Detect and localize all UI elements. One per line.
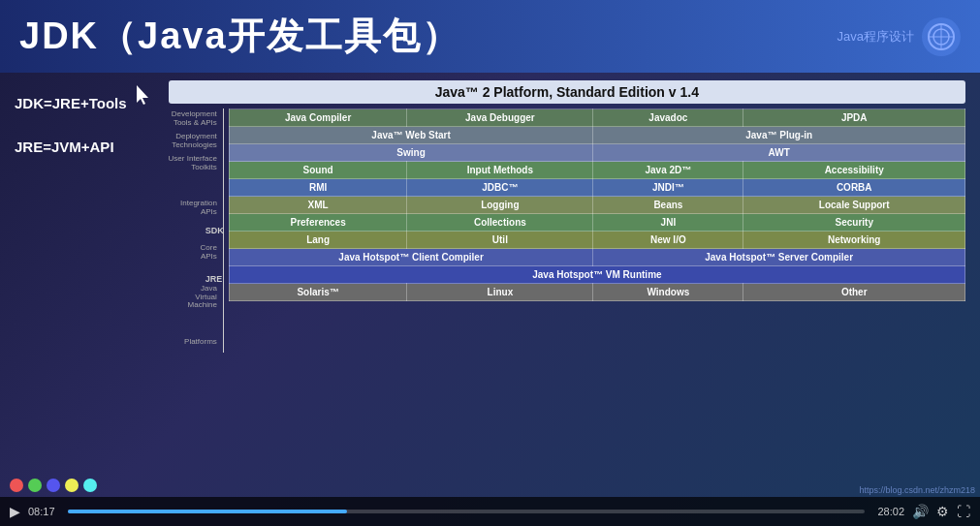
- dot-5: [83, 479, 97, 492]
- cell-web-start: Java™ Web Start: [229, 127, 592, 144]
- cell-swing: Swing: [229, 144, 592, 162]
- table-row: Java Hotspot™ Client Compiler Java Hotsp…: [229, 249, 964, 266]
- jre-equation: JRE=JVM+API: [15, 139, 127, 155]
- cell-java-debugger: Java Debugger: [407, 109, 593, 127]
- volume-button[interactable]: 🔊: [912, 504, 929, 519]
- label-jvm: JavaVirtualMachine: [169, 287, 217, 308]
- cell-vm-runtime: Java Hotspot™ VM Runtime: [229, 266, 964, 284]
- slide-title: JDK（Java开发工具包）: [19, 12, 460, 61]
- cell-locale: Locale Support: [743, 197, 965, 214]
- play-button[interactable]: ▶: [10, 504, 20, 519]
- cell-nio: New I/O: [593, 232, 743, 249]
- cell-beans: Beans: [593, 197, 743, 214]
- diagram-table-grid: Java Compiler Java Debugger Javadoc JPDA…: [229, 108, 965, 353]
- right-section: Java™ 2 Platform, Standard Edition v 1.4…: [169, 80, 965, 353]
- dot-2: [28, 479, 42, 492]
- cell-security: Security: [743, 214, 965, 232]
- progress-bar[interactable]: [68, 510, 866, 513]
- label-integration: IntegrationAPIs: [169, 198, 217, 219]
- cell-corba: CORBA: [743, 179, 965, 197]
- cell-networking: Networking: [743, 232, 965, 249]
- cell-input-methods: Input Methods: [407, 162, 593, 179]
- cell-plugin: Java™ Plug-in: [593, 127, 965, 144]
- cell-client-compiler: Java Hotspot™ Client Compiler: [229, 249, 592, 266]
- cell-java-compiler: Java Compiler: [229, 109, 407, 127]
- dot-3: [47, 479, 60, 492]
- table-row: Java Compiler Java Debugger Javadoc JPDA: [229, 109, 964, 127]
- cell-sound: Sound: [229, 162, 407, 179]
- label-ui: User InterfaceToolkits: [169, 153, 217, 174]
- jdk-equation: JDK=JRE+Tools: [15, 95, 127, 111]
- slide-container: JDK（Java开发工具包） Java程序设计 JDK=JRE+Tools JR…: [0, 0, 980, 526]
- cell-preferences: Preferences: [229, 214, 407, 232]
- progress-fill: [68, 510, 347, 513]
- cell-rmi: RMI: [229, 179, 407, 197]
- label-blank1: [169, 175, 217, 197]
- cell-jni: JNI: [593, 214, 743, 232]
- cell-util: Util: [407, 232, 593, 249]
- cell-collections: Collections: [407, 214, 593, 232]
- time-total: 28:02: [877, 506, 904, 517]
- table-row: RMI JDBC™ JNDI™ CORBA: [229, 179, 964, 197]
- table-row: Swing AWT: [229, 144, 964, 162]
- cell-jdbc: JDBC™: [407, 179, 593, 197]
- dot-4: [65, 479, 79, 492]
- progress-dots: [10, 479, 97, 492]
- brand-label: Java程序设计: [838, 28, 914, 46]
- time-current: 08:17: [28, 506, 55, 517]
- bottom-bar[interactable]: ▶ 08:17 28:02 🔊 ⚙ ⛶: [0, 497, 980, 526]
- diagram-title: Java™ 2 Platform, Standard Edition v 1.4: [169, 80, 965, 104]
- label-deployment: DeploymentTechnologies: [169, 131, 217, 152]
- cell-javadoc: Javadoc: [593, 109, 743, 127]
- platform-table: Java Compiler Java Debugger Javadoc JPDA…: [229, 108, 965, 301]
- cell-jndi: JNDI™: [593, 179, 743, 197]
- fullscreen-button[interactable]: ⛶: [957, 504, 970, 519]
- table-row: Java Hotspot™ VM Runtime: [229, 266, 964, 284]
- left-section: JDK=JRE+Tools JRE=JVM+API: [15, 80, 127, 155]
- cell-server-compiler: Java Hotspot™ Server Compiler: [593, 249, 965, 266]
- dot-1: [10, 479, 23, 492]
- header-right: Java程序设计: [838, 17, 961, 56]
- label-dev-tools: DevelopmentTools & APIs: [169, 108, 217, 130]
- cell-logging: Logging: [407, 197, 593, 214]
- table-row: Solaris™ Linux Windows Other: [229, 284, 964, 301]
- label-core: CoreAPIs: [169, 242, 217, 263]
- cell-jpda: JPDA: [743, 109, 965, 127]
- label-blank4: [169, 309, 217, 330]
- cell-accessibility: Accessibility: [743, 162, 965, 179]
- table-row: Sound Input Methods Java 2D™ Accessibili…: [229, 162, 964, 179]
- settings-button[interactable]: ⚙: [936, 504, 949, 519]
- table-wrapper: DevelopmentTools & APIs DeploymentTechno…: [169, 108, 965, 353]
- header-logo: [922, 17, 961, 56]
- main-content: JDK=JRE+Tools JRE=JVM+API Java™ 2 Platfo…: [0, 73, 980, 497]
- cell-windows: Windows: [593, 284, 743, 301]
- table-row: XML Logging Beans Locale Support: [229, 197, 964, 214]
- label-platforms: Platforms: [169, 331, 217, 353]
- cell-xml: XML: [229, 197, 407, 214]
- table-row: Preferences Collections JNI Security: [229, 214, 964, 232]
- cell-awt: AWT: [593, 144, 965, 162]
- cell-lang: Lang: [229, 232, 407, 249]
- cell-other: Other: [743, 284, 965, 301]
- cell-java2d: Java 2D™: [593, 162, 743, 179]
- header: JDK（Java开发工具包） Java程序设计: [0, 0, 980, 73]
- cursor-icon: [137, 85, 154, 111]
- table-row: Java™ Web Start Java™ Plug-in: [229, 127, 964, 144]
- cell-solaris: Solaris™: [229, 284, 407, 301]
- cell-linux: Linux: [407, 284, 593, 301]
- table-row: Lang Util New I/O Networking: [229, 232, 964, 249]
- watermark-url: https://blog.csdn.net/zhzm218: [859, 485, 975, 495]
